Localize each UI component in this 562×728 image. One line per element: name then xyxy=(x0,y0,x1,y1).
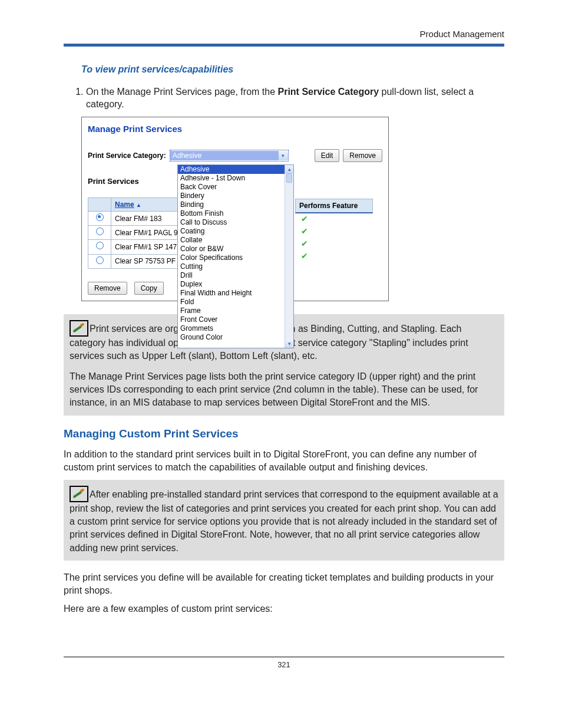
remove-category-button[interactable]: Remove xyxy=(343,149,382,162)
check-icon: ✔ xyxy=(295,225,372,238)
dropdown-option[interactable]: Front Cover xyxy=(178,315,285,324)
dropdown-option[interactable]: Final Width and Height xyxy=(178,289,285,298)
dropdown-option[interactable]: Grommets xyxy=(178,324,285,333)
dropdown-option[interactable]: Bindery xyxy=(178,192,285,200)
step-1-prefix: On the Manage Print Services page, from … xyxy=(86,87,278,97)
radio-unselected-icon[interactable] xyxy=(96,242,104,249)
manage-print-services-panel: Manage Print Services Print Service Cate… xyxy=(81,117,389,301)
note-text: After enabling pre-installed standard pr… xyxy=(70,489,498,553)
step-list: On the Manage Print Services page, from … xyxy=(70,85,504,111)
scroll-thumb[interactable] xyxy=(286,173,292,183)
check-icon: ✔ xyxy=(295,238,372,250)
step-heading: To view print services/capabilities xyxy=(81,63,504,76)
dropdown-option[interactable]: Ground Color xyxy=(178,333,285,342)
remove-service-button[interactable]: Remove xyxy=(88,282,127,295)
dropdown-option[interactable]: Cutting xyxy=(178,262,285,271)
section-heading: Managing Custom Print Services xyxy=(64,426,504,442)
dropdown-option[interactable]: Adhesive xyxy=(178,165,285,174)
dropdown-option[interactable]: Adhesive - 1st Down xyxy=(178,174,285,183)
header-rule xyxy=(64,44,504,47)
step-1: On the Manage Print Services page, from … xyxy=(86,85,504,111)
dropdown-option[interactable]: Collate xyxy=(178,236,285,245)
step-1-bold: Print Service Category xyxy=(278,87,379,97)
copy-service-button[interactable]: Copy xyxy=(134,282,164,295)
dropdown-option[interactable]: Frame xyxy=(178,307,285,315)
dropdown-option[interactable]: Drill xyxy=(178,271,285,280)
category-label: Print Service Category: xyxy=(88,151,166,160)
dropdown-option[interactable]: Binding xyxy=(178,200,285,209)
dropdown-scrollbar[interactable]: ▴ ▾ xyxy=(285,165,293,348)
performs-feature-column: ✔ ✔ ✔ ✔ xyxy=(295,213,372,262)
page-number: 321 xyxy=(64,657,504,670)
note-callout: After enabling pre-installed standard pr… xyxy=(64,480,504,561)
check-icon: ✔ xyxy=(295,213,372,225)
category-combobox[interactable]: Adhesive ▾ xyxy=(170,150,289,162)
note-icon xyxy=(70,320,88,337)
category-dropdown-list[interactable]: AdhesiveAdhesive - 1st DownBack CoverBin… xyxy=(177,164,294,348)
scroll-up-icon[interactable]: ▴ xyxy=(285,165,293,173)
panel-title: Manage Print Services xyxy=(82,117,388,149)
dropdown-option[interactable]: Duplex xyxy=(178,280,285,289)
dropdown-option[interactable]: Coating xyxy=(178,227,285,236)
category-selected-value: Adhesive xyxy=(170,151,278,160)
note-icon xyxy=(70,486,88,502)
body-paragraph: The print services you define will be av… xyxy=(64,571,504,597)
note-text: The Manage Print Services page lists bot… xyxy=(70,370,498,410)
scroll-down-icon[interactable]: ▾ xyxy=(285,340,293,348)
dropdown-option[interactable]: Bottom Finish xyxy=(178,209,285,218)
performs-feature-header: Performs Feature xyxy=(295,199,373,213)
running-header: Product Management xyxy=(64,28,504,44)
radio-unselected-icon[interactable] xyxy=(96,228,104,235)
dropdown-option[interactable]: Back Cover xyxy=(178,183,285,192)
body-paragraph: Here are a few examples of custom print … xyxy=(64,602,504,615)
sort-asc-icon: ▲ xyxy=(136,202,141,208)
check-icon: ✔ xyxy=(295,250,372,262)
radio-selected-icon[interactable] xyxy=(96,213,104,221)
dropdown-option[interactable]: Fold xyxy=(178,298,285,307)
body-paragraph: In addition to the standard print servic… xyxy=(64,448,504,473)
dropdown-option[interactable]: Color or B&W xyxy=(178,245,285,253)
radio-unselected-icon[interactable] xyxy=(96,256,104,264)
name-column-header[interactable]: Name xyxy=(115,200,134,209)
dropdown-option[interactable]: Call to Discuss xyxy=(178,218,285,227)
edit-button[interactable]: Edit xyxy=(315,149,340,162)
chevron-down-icon[interactable]: ▾ xyxy=(278,151,288,160)
dropdown-option[interactable]: Color Specifications xyxy=(178,253,285,262)
